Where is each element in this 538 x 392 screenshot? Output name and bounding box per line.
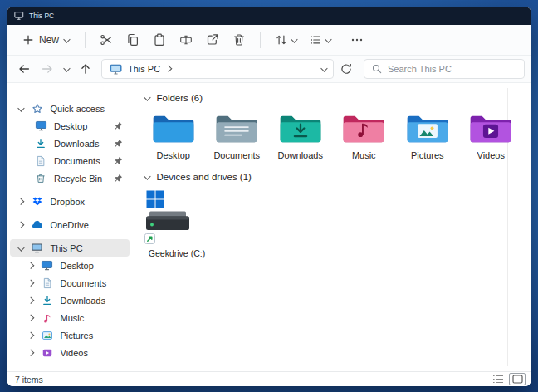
chevron-down-icon[interactable] bbox=[144, 94, 151, 100]
sidebar-item-qa-documents[interactable]: Documents bbox=[10, 152, 130, 169]
more-options-button[interactable] bbox=[345, 28, 369, 51]
share-button[interactable] bbox=[200, 28, 225, 51]
details-view-icon bbox=[492, 375, 504, 384]
forward-button[interactable] bbox=[37, 58, 58, 80]
sidebar-item-pc-documents[interactable]: Documents bbox=[10, 274, 130, 292]
delete-icon bbox=[232, 33, 246, 47]
this-pc-icon bbox=[31, 242, 44, 255]
items-count: 7 items bbox=[15, 375, 43, 385]
copy-button[interactable] bbox=[120, 28, 145, 51]
sidebar-item-pc-downloads[interactable]: Downloads bbox=[10, 292, 130, 309]
explorer-window: This PC New bbox=[7, 7, 531, 386]
pin-icon bbox=[114, 156, 123, 165]
sidebar-item-pc-pictures[interactable]: Pictures bbox=[10, 326, 130, 344]
drive-tile-geekdrive[interactable]: Geekdrive (C:) bbox=[144, 190, 209, 258]
breadcrumb-location[interactable]: This PC bbox=[128, 64, 160, 74]
sidebar-item-label: Recycle Bin bbox=[54, 174, 102, 184]
folder-downloads-icon bbox=[278, 111, 323, 146]
sidebar-item-pc-music[interactable]: Music bbox=[10, 309, 130, 326]
up-arrow-icon bbox=[79, 62, 92, 76]
folder-pictures-icon bbox=[405, 111, 450, 146]
folder-tile-documents[interactable]: Documents bbox=[208, 111, 267, 160]
drive-label: Geekdrive (C:) bbox=[144, 248, 209, 258]
documents-icon bbox=[34, 154, 47, 168]
folder-tile-desktop[interactable]: Desktop bbox=[144, 111, 203, 160]
sidebar-item-dropbox[interactable]: Dropbox bbox=[10, 193, 130, 210]
desktop-icon bbox=[41, 259, 54, 272]
command-bar: New bbox=[7, 25, 531, 56]
address-bar[interactable]: This PC bbox=[101, 59, 334, 79]
folder-tile-videos[interactable]: Videos bbox=[462, 111, 521, 160]
refresh-icon bbox=[340, 62, 353, 76]
folder-tile-downloads[interactable]: Downloads bbox=[271, 111, 330, 160]
section-header-folders[interactable]: Folders (6) bbox=[144, 93, 520, 103]
folder-tile-music[interactable]: Music bbox=[335, 111, 394, 160]
chevron-right-icon[interactable] bbox=[27, 262, 34, 269]
up-button[interactable] bbox=[75, 58, 96, 80]
chevron-right-icon[interactable] bbox=[17, 222, 24, 228]
rename-button[interactable] bbox=[174, 28, 198, 51]
sidebar-item-label: This PC bbox=[51, 243, 83, 253]
this-pc-icon bbox=[110, 64, 122, 75]
sidebar-item-label: Downloads bbox=[61, 296, 105, 306]
sidebar-item-pc-desktop[interactable]: Desktop bbox=[10, 257, 130, 274]
sidebar-item-qa-desktop[interactable]: Desktop bbox=[10, 117, 130, 135]
sidebar-item-label: Documents bbox=[61, 278, 107, 288]
cut-icon bbox=[100, 33, 113, 47]
sidebar-item-onedrive[interactable]: OneDrive bbox=[10, 216, 130, 233]
section-header-devices[interactable]: Devices and drives (1) bbox=[144, 172, 520, 182]
sidebar-item-recycle-bin[interactable]: Recycle Bin bbox=[10, 169, 130, 187]
refresh-button[interactable] bbox=[335, 58, 357, 80]
sidebar-item-pc-videos[interactable]: Videos bbox=[10, 344, 130, 361]
recent-locations-button[interactable] bbox=[60, 58, 73, 80]
search-box[interactable] bbox=[364, 59, 525, 79]
chevron-right-icon[interactable] bbox=[27, 315, 34, 321]
dropbox-icon bbox=[31, 195, 44, 208]
chevron-right-icon[interactable] bbox=[27, 280, 34, 287]
share-icon bbox=[206, 33, 219, 47]
folder-documents-icon bbox=[214, 111, 259, 146]
back-arrow-icon bbox=[17, 62, 31, 76]
chevron-down-icon[interactable] bbox=[18, 105, 25, 111]
sort-button[interactable] bbox=[269, 28, 302, 51]
section-title: Folders (6) bbox=[157, 93, 203, 103]
icons-view-button[interactable] bbox=[509, 373, 526, 385]
back-button[interactable] bbox=[13, 58, 35, 80]
chevron-down-icon bbox=[64, 65, 71, 71]
title-bar[interactable]: This PC bbox=[7, 7, 531, 25]
chevron-right-icon[interactable] bbox=[27, 297, 34, 304]
chevron-right-icon[interactable] bbox=[165, 66, 172, 72]
chevron-right-icon[interactable] bbox=[27, 332, 34, 339]
chevron-down-icon[interactable] bbox=[18, 244, 25, 251]
address-dropdown-icon[interactable] bbox=[320, 65, 327, 71]
sidebar-item-this-pc[interactable]: This PC bbox=[10, 239, 130, 257]
details-view-button[interactable] bbox=[490, 373, 506, 385]
paste-button[interactable] bbox=[147, 28, 172, 51]
new-button[interactable]: New bbox=[15, 30, 76, 50]
sidebar-item-qa-downloads[interactable]: Downloads bbox=[10, 135, 130, 152]
chevron-down-icon[interactable] bbox=[144, 173, 151, 179]
more-options-icon bbox=[350, 33, 364, 47]
sidebar-item-label: OneDrive bbox=[51, 220, 89, 230]
window-body: Quick access Desktop Downloads bbox=[7, 83, 531, 371]
search-input[interactable] bbox=[388, 64, 517, 74]
sidebar-item-label: Music bbox=[61, 313, 85, 323]
sidebar-item-quick-access[interactable]: Quick access bbox=[10, 100, 130, 117]
pictures-icon bbox=[41, 329, 54, 342]
toolbar-separator bbox=[85, 32, 86, 48]
folder-tile-pictures[interactable]: Pictures bbox=[399, 111, 457, 160]
cut-button[interactable] bbox=[94, 28, 119, 51]
toolbar-separator bbox=[260, 32, 261, 48]
chevron-down-icon bbox=[291, 36, 297, 42]
chevron-right-icon[interactable] bbox=[27, 350, 34, 356]
sidebar-item-label: Downloads bbox=[54, 139, 99, 149]
chevron-right-icon[interactable] bbox=[17, 198, 24, 205]
folder-label: Videos bbox=[477, 150, 505, 160]
documents-icon bbox=[41, 277, 54, 290]
windows-logo-icon bbox=[146, 190, 164, 208]
sidebar-item-label: Pictures bbox=[61, 331, 94, 341]
delete-button[interactable] bbox=[227, 28, 252, 51]
view-button[interactable] bbox=[303, 28, 336, 51]
pin-icon bbox=[114, 121, 123, 130]
content-pane: Folders (6) Desktop bbox=[133, 83, 531, 371]
